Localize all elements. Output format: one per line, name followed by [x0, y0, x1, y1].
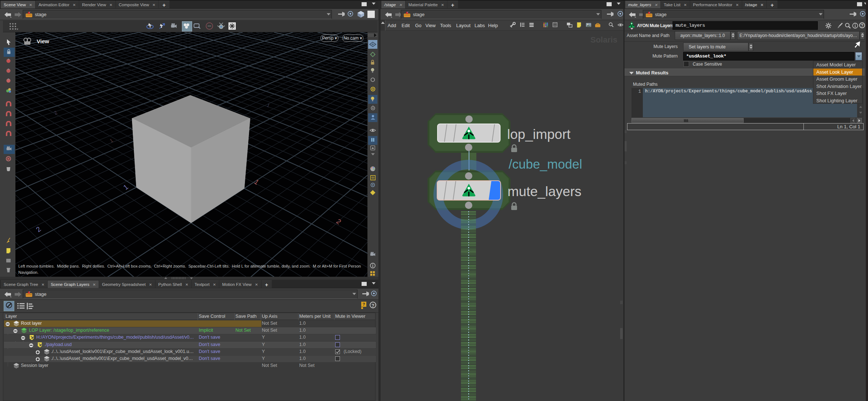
- svg-text:?: ?: [363, 302, 365, 306]
